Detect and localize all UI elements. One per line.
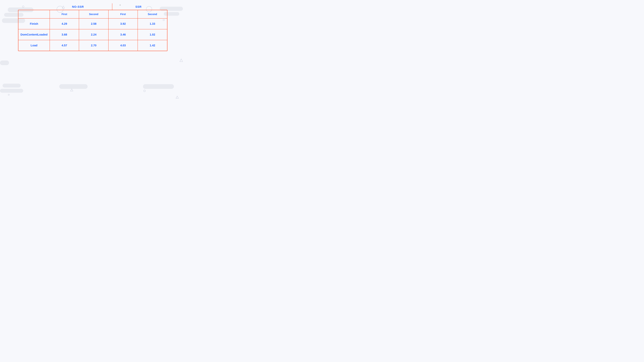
section-divider (112, 3, 112, 10)
row-label-finish: Finish (18, 18, 50, 29)
deco-shape (2, 84, 20, 87)
table-row: Load 4.57 2.70 4.03 1.42 (18, 40, 167, 51)
deco-shape (0, 89, 23, 93)
cell-dcl-no-ssr-first: 3.68 (50, 29, 79, 40)
header-row-label (18, 10, 50, 18)
header-no-ssr-second: Second (79, 10, 108, 18)
cell-finish-ssr-second: 1.33 (138, 18, 167, 29)
comparison-table: First Second First Second Finish 4.29 2.… (18, 10, 168, 51)
cell-dcl-ssr-first: 3.46 (108, 29, 138, 40)
cell-load-ssr-second: 1.42 (138, 40, 167, 51)
svg-marker-3 (176, 96, 178, 98)
deco-circle (144, 90, 146, 92)
svg-marker-2 (70, 89, 73, 91)
table-row: Finish 4.29 2.58 3.92 1.33 (18, 18, 167, 29)
cell-load-no-ssr-second: 2.70 (79, 40, 108, 51)
header-no-ssr-first: First (50, 10, 79, 18)
deco-triangle (70, 89, 73, 92)
cell-dcl-ssr-second: 1.02 (138, 29, 167, 40)
table-header-row: First Second First Second (18, 10, 167, 18)
cell-finish-ssr-first: 3.92 (108, 18, 138, 29)
row-label-domcontentloaded: DomContentLoaded (18, 29, 50, 40)
cell-finish-no-ssr-first: 4.29 (50, 18, 79, 29)
svg-marker-1 (180, 59, 183, 62)
deco-shape (59, 84, 88, 89)
cell-load-no-ssr-first: 4.57 (50, 40, 79, 51)
row-label-load: Load (18, 40, 50, 51)
cell-load-ssr-first: 4.03 (108, 40, 138, 51)
deco-circle (8, 94, 10, 95)
cell-dcl-no-ssr-second: 2.24 (79, 29, 108, 40)
deco-shape (143, 84, 174, 89)
main-content: NO-SSR SSR First Second First Second Fin… (0, 0, 186, 51)
ssr-label: SSR (111, 5, 166, 8)
deco-triangle (176, 96, 179, 99)
deco-shape (0, 60, 9, 65)
header-ssr-second: Second (138, 10, 167, 18)
table-row: DomContentLoaded 3.68 2.24 3.46 1.02 (18, 29, 167, 40)
cell-finish-no-ssr-second: 2.58 (79, 18, 108, 29)
deco-triangle (180, 58, 183, 62)
no-ssr-label: NO-SSR (48, 5, 108, 8)
header-ssr-first: First (108, 10, 138, 18)
